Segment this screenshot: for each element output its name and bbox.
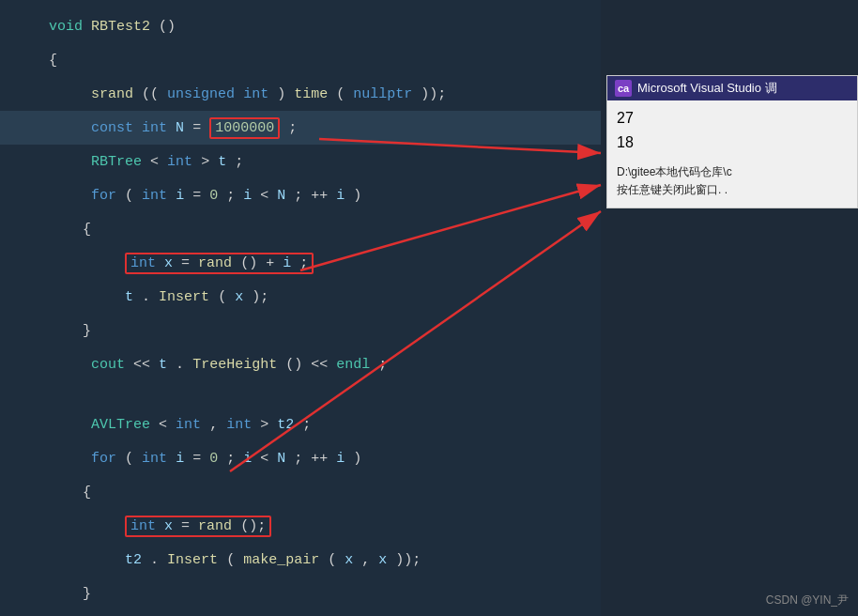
highlighted-rand: int x = rand ();: [125, 516, 271, 537]
code-line-19: cout << t2 . TreeHeight () << endl ;: [0, 610, 601, 616]
code-line-13: AVLTree < int , int > t2 ;: [0, 408, 601, 441]
output-hint: 按任意键关闭此窗口. .: [617, 181, 848, 199]
code-line-8: int x = rand () + i ;: [0, 246, 601, 280]
code-line-5: RBTree < int > t ;: [0, 145, 601, 178]
code-line-4: const int N = 1000000 ;: [0, 111, 601, 145]
watermark: CSDN @YIN_尹: [766, 593, 849, 608]
output-header: ca Microsoft Visual Studio 调: [607, 76, 857, 100]
code-line-16: int x = rand ();: [0, 509, 601, 543]
code-line-15: {: [0, 475, 601, 509]
code-line-17: t2 . Insert ( make_pair ( x , x ));: [0, 543, 601, 577]
highlighted-value-N: 1000000: [209, 117, 280, 139]
output-numbers: 27 18: [607, 100, 857, 160]
code-line-6: for ( int i = 0 ; i < N ; ++ i ): [0, 178, 601, 212]
code-line-11: cout << t . TreeHeight () << endl ;: [0, 347, 601, 381]
code-line-7: {: [0, 212, 601, 246]
output-path-text: D:\gitee本地代码仓库\c: [617, 163, 848, 181]
code-line-10: }: [0, 314, 601, 347]
code-line-3: srand (( unsigned int ) time ( nullptr )…: [0, 77, 601, 111]
vs-icon: ca: [615, 80, 632, 97]
code-line-12: [0, 381, 601, 408]
code-line-9: t . Insert ( x );: [0, 280, 601, 314]
output-number-27: 27: [617, 106, 848, 131]
output-path: D:\gitee本地代码仓库\c 按任意键关闭此窗口. .: [607, 160, 857, 207]
code-editor: void RBTest2 () { srand (( unsigned int …: [0, 0, 601, 616]
output-number-18: 18: [617, 131, 848, 155]
code-line-1: void RBTest2 (): [0, 9, 601, 43]
highlighted-rand-i: int x = rand () + i ;: [125, 253, 314, 274]
code-line-2: {: [0, 43, 601, 77]
output-title: Microsoft Visual Studio 调: [637, 80, 777, 97]
output-panel: ca Microsoft Visual Studio 调 27 18 D:\gi…: [606, 75, 858, 208]
code-line-14: for ( int i = 0 ; i < N ; ++ i ): [0, 441, 601, 475]
code-line-18: }: [0, 577, 601, 610]
